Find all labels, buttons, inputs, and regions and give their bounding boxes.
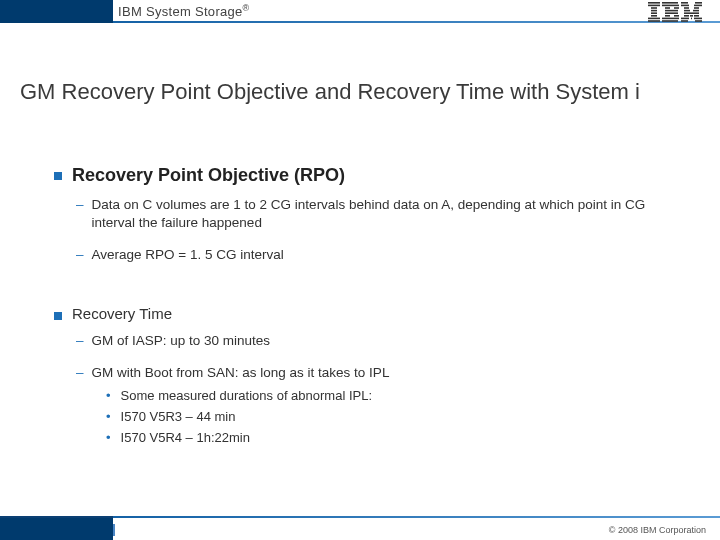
svg-rect-18 [681, 2, 688, 4]
svg-rect-29 [694, 15, 699, 17]
dot-text: I570 V5R4 – 1h:22min [121, 430, 250, 445]
svg-rect-4 [651, 12, 657, 14]
svg-rect-24 [684, 10, 690, 12]
section-rpo: Recovery Point Objective (RPO) – Data on… [54, 165, 674, 265]
brand-suffix: ® [243, 3, 250, 13]
dot-icon: • [106, 388, 111, 403]
dot-item: • I570 V5R4 – 1h:22min [106, 430, 674, 445]
svg-rect-6 [648, 18, 660, 20]
svg-rect-30 [681, 18, 689, 20]
svg-rect-9 [662, 5, 679, 7]
section-head: Recovery Time [54, 305, 674, 322]
svg-rect-5 [651, 15, 657, 17]
dot-text: I570 V5R3 – 44 min [121, 409, 236, 424]
brand-prefix: IBM System Storage [118, 4, 243, 19]
svg-rect-33 [681, 20, 688, 22]
square-bullet-icon [54, 172, 62, 180]
section-head: Recovery Point Objective (RPO) [54, 165, 674, 186]
dot-list: • Some measured durations of abnormal IP… [106, 388, 674, 445]
sub-text: Average RPO = 1. 5 CG interval [92, 246, 674, 264]
header: IBM System Storage® [0, 0, 720, 34]
brand-text: IBM System Storage® [118, 3, 250, 19]
footer-tick [113, 524, 115, 536]
dash-icon: – [76, 332, 84, 350]
body: Recovery Point Objective (RPO) – Data on… [54, 165, 674, 473]
dot-icon: • [106, 430, 111, 445]
svg-rect-8 [662, 2, 678, 4]
svg-rect-21 [694, 5, 702, 7]
svg-rect-12 [665, 10, 678, 12]
svg-rect-25 [693, 10, 699, 12]
header-accent-block [0, 0, 113, 21]
copyright-text: © 2008 IBM Corporation [609, 525, 706, 535]
svg-rect-16 [662, 18, 679, 20]
sub-text: GM with Boot from SAN: as long as it tak… [92, 364, 674, 382]
sub-text: GM of IASP: up to 30 minutes [92, 332, 674, 350]
svg-rect-28 [690, 15, 693, 17]
sub-item: – Data on C volumes are 1 to 2 CG interv… [76, 196, 674, 232]
footer-accent-block [0, 518, 113, 540]
svg-rect-2 [651, 7, 657, 9]
section-title: Recovery Point Objective (RPO) [72, 165, 345, 186]
svg-rect-17 [662, 20, 678, 22]
dash-icon: – [76, 246, 84, 264]
section-title: Recovery Time [72, 305, 172, 322]
svg-rect-20 [681, 5, 689, 7]
dot-text: Some measured durations of abnormal IPL: [121, 388, 372, 403]
svg-rect-27 [684, 15, 689, 17]
square-bullet-icon [54, 312, 62, 320]
svg-rect-7 [648, 20, 660, 22]
header-rule [0, 21, 720, 23]
svg-rect-0 [648, 2, 660, 4]
ibm-logo-icon [648, 2, 702, 22]
svg-rect-15 [674, 15, 679, 17]
svg-rect-19 [695, 2, 702, 4]
dot-icon: • [106, 409, 111, 424]
sub-list: – Data on C volumes are 1 to 2 CG interv… [76, 196, 674, 265]
svg-rect-31 [691, 18, 692, 20]
svg-rect-1 [648, 5, 660, 7]
footer: © 2008 IBM Corporation [0, 516, 720, 540]
svg-rect-13 [665, 12, 678, 14]
sub-item: – GM with Boot from SAN: as long as it t… [76, 364, 674, 382]
dash-icon: – [76, 364, 84, 382]
svg-rect-23 [694, 7, 699, 9]
svg-rect-11 [674, 7, 679, 9]
svg-rect-34 [695, 20, 702, 22]
dash-icon: – [76, 196, 84, 232]
sub-item: – GM of IASP: up to 30 minutes [76, 332, 674, 350]
sub-text: Data on C volumes are 1 to 2 CG interval… [92, 196, 674, 232]
dot-item: • Some measured durations of abnormal IP… [106, 388, 674, 403]
sub-item: – Average RPO = 1. 5 CG interval [76, 246, 674, 264]
page-title: GM Recovery Point Objective and Recovery… [20, 78, 680, 106]
dot-item: • I570 V5R3 – 44 min [106, 409, 674, 424]
section-recovery-time: Recovery Time – GM of IASP: up to 30 min… [54, 305, 674, 445]
sub-list: – GM of IASP: up to 30 minutes – GM with… [76, 332, 674, 445]
svg-rect-32 [694, 18, 702, 20]
slide: IBM System Storage® [0, 0, 720, 540]
svg-rect-26 [684, 12, 699, 14]
svg-rect-10 [665, 7, 670, 9]
svg-rect-22 [684, 7, 689, 9]
svg-rect-14 [665, 15, 670, 17]
svg-rect-3 [651, 10, 657, 12]
